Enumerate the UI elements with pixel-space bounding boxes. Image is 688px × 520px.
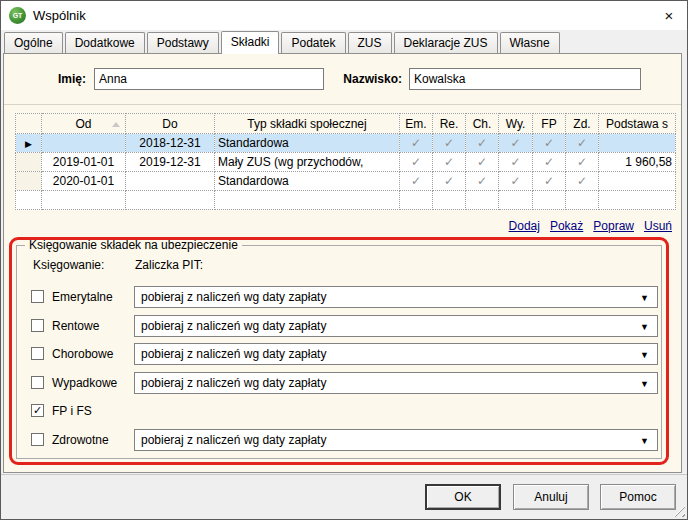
checkbox-wypadkowe[interactable] [31,376,44,389]
column-header-fp[interactable]: FP [533,114,566,134]
dropdown-chorobowe[interactable]: pobieraj z naliczeń wg daty zapłaty▼ [134,343,658,365]
cancel-button[interactable]: Anuluj [513,484,589,510]
checkbox-label-chorobowe: Chorobowe [52,347,113,361]
ok-button[interactable]: OK [425,484,501,510]
tab-content-panel: Imię: Nazwisko: OdDoTyp składki społeczn… [3,53,682,473]
cell-podstawa [599,172,676,191]
chevron-down-icon: ▼ [640,436,649,446]
row-selector-cell[interactable] [16,153,42,172]
checkmark-icon: ✓ [466,172,499,191]
tab-zus[interactable]: ZUS [348,32,392,53]
booking-column-header: Księgowanie: [33,258,104,272]
first-name-input[interactable] [94,68,324,90]
tab-własne[interactable]: Własne [500,32,560,53]
chevron-down-icon: ▼ [640,350,649,360]
dropdown-selected-value: pobieraj z naliczeń wg daty zapłaty [141,433,326,447]
title-bar[interactable]: GT Wspólnik × [1,1,687,30]
chevron-down-icon: ▼ [640,379,649,389]
tab-dodatkowe[interactable]: Dodatkowe [65,32,145,53]
checkmark-icon: ✓ [499,134,533,153]
checkmark-icon: ✓ [533,134,566,153]
checkmark-icon: ✓ [499,172,533,191]
booking-row-rentowe: Rentowepobieraj z naliczeń wg daty zapła… [17,315,661,337]
empty-cell [566,191,599,210]
pit-column-header: Zaliczka PIT: [135,258,203,272]
checkbox-chorobowe[interactable] [31,347,44,360]
checkmark-icon: ✓ [566,134,599,153]
column-header-podstawa-s[interactable]: Podstawa s [599,114,676,134]
row-selector-cell[interactable] [16,172,42,191]
tab-podatek[interactable]: Podatek [281,32,345,53]
checkbox-label-rentowe: Rentowe [52,319,99,333]
tab-ogólne[interactable]: Ogólne [4,32,63,53]
column-header-re[interactable]: Re. [433,114,466,134]
sort-ascending-icon [112,122,120,127]
column-header-em[interactable]: Em. [400,114,433,134]
checkmark-icon: ✓ [400,172,433,191]
footer-bar: OK Anuluj Pomoc [1,474,687,519]
column-header-selector[interactable] [16,114,42,134]
column-header-wy[interactable]: Wy. [499,114,533,134]
checkbox-label-emerytalne: Emerytalne [52,290,113,304]
checkmark-icon: ✓ [466,153,499,172]
table-row[interactable]: ▶2018-12-31Standardowa✓✓✓✓✓✓ [16,134,676,153]
section-divider [4,104,681,105]
column-header-typ-składki-społecznej[interactable]: Typ składki społecznej [215,114,400,134]
checkbox-fp-i-fs[interactable]: ✓ [31,404,44,417]
column-header-zd[interactable]: Zd. [566,114,599,134]
checkbox-emerytalne[interactable] [31,290,44,303]
link-dodaj[interactable]: Dodaj [509,219,540,233]
last-name-label: Nazwisko: [332,72,402,86]
empty-cell [433,191,466,210]
dropdown-zdrowotne[interactable]: pobieraj z naliczeń wg daty zapłaty▼ [134,429,658,451]
cell-typ: Standardowa [215,134,400,153]
help-button[interactable]: Pomoc [600,484,676,510]
empty-cell [599,191,676,210]
row-selector-cell[interactable]: ▶ [16,134,42,153]
dropdown-wypadkowe[interactable]: pobieraj z naliczeń wg daty zapłaty▼ [134,372,658,394]
empty-cell [42,191,126,210]
link-usuń[interactable]: Usuń [644,219,672,233]
dialog-window: GT Wspólnik × OgólneDodatkowePodstawySkł… [0,0,688,520]
link-pokaż[interactable]: Pokaż [550,219,583,233]
empty-cell [466,191,499,210]
dropdown-rentowe[interactable]: pobieraj z naliczeń wg daty zapłaty▼ [134,315,658,337]
checkmark-icon: ✓ [566,172,599,191]
column-header-od[interactable]: Od [42,114,126,134]
last-name-input[interactable] [409,68,641,90]
cell-od: 2020-01-01 [42,172,126,191]
dropdown-selected-value: pobieraj z naliczeń wg daty zapłaty [141,347,326,361]
dropdown-selected-value: pobieraj z naliczeń wg daty zapłaty [141,376,326,390]
empty-cell [533,191,566,210]
window-title: Wspólnik [33,8,86,23]
booking-row-chorobowe: Chorobowepobieraj z naliczeń wg daty zap… [17,343,661,365]
column-header-do[interactable]: Do [126,114,215,134]
booking-row-zdrowotne: Zdrowotnepobieraj z naliczeń wg daty zap… [17,429,661,451]
tab-deklaracje-zus[interactable]: Deklaracje ZUS [394,32,498,53]
cell-do: 2018-12-31 [126,134,215,153]
checkbox-rentowe[interactable] [31,319,44,332]
current-row-pointer-icon: ▶ [25,139,32,149]
link-popraw[interactable]: Popraw [593,219,634,233]
checkmark-icon: ✓ [499,153,533,172]
table-row[interactable]: 2020-01-01Standardowa✓✓✓✓✓✓ [16,172,676,191]
checkmark-icon: ✓ [533,172,566,191]
close-icon[interactable]: × [651,1,687,30]
table-row[interactable]: 2019-01-012019-12-31Mały ZUS (wg przycho… [16,153,676,172]
checkbox-zdrowotne[interactable] [31,433,44,446]
cell-do [126,172,215,191]
dropdown-selected-value: pobieraj z naliczeń wg daty zapłaty [141,290,326,304]
first-name-label: Imię: [22,72,86,86]
checkmark-icon: ✓ [400,134,433,153]
chevron-down-icon: ▼ [640,322,649,332]
column-header-ch[interactable]: Ch. [466,114,499,134]
checkmark-icon: ✓ [433,172,466,191]
booking-groupbox: Księgowanie składek na ubezpieczenie Ksi… [16,245,662,459]
tab-składki[interactable]: Składki [221,31,280,54]
empty-cell [400,191,433,210]
dropdown-emerytalne[interactable]: pobieraj z naliczeń wg daty zapłaty▼ [134,286,658,308]
cell-od [42,134,126,153]
tab-podstawy[interactable]: Podstawy [147,32,219,53]
booking-row-emerytalne: Emerytalnepobieraj z naliczeń wg daty za… [17,286,661,308]
empty-row [16,191,676,210]
